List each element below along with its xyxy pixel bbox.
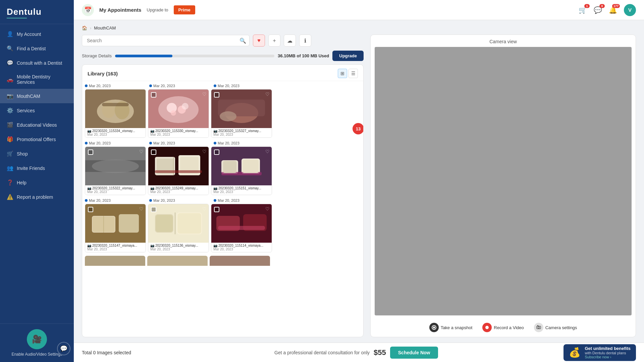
cart-button[interactable]: 🛒 1 (579, 6, 587, 14)
sidebar-item-mouthcam[interactable]: 📷 MouthCAM (0, 89, 74, 103)
photo-card-9[interactable]: ♡ 📷20230320_115114_vismay (211, 204, 272, 252)
upload-button[interactable]: ☁ (284, 35, 296, 47)
photo-heart-3[interactable]: ♡ (265, 92, 270, 97)
nav-label-promotional: Promotional Offers (17, 137, 56, 142)
sidebar-item-help[interactable]: ❓ Help (0, 175, 74, 190)
topbar: 📅 My Appointments Upgrade to Prime 🛒 1 💬… (74, 0, 644, 20)
nav-icon-consult: 💬 (7, 60, 13, 66)
sidebar-item-invite[interactable]: 👥 Invite Friends (0, 161, 74, 175)
camera-settings-button[interactable]: Camera settings (534, 323, 577, 332)
chat-bubble-button[interactable]: 💬 (57, 342, 70, 355)
photo-checkbox-6[interactable] (214, 149, 219, 155)
photo-card-5[interactable]: ♡ (148, 146, 209, 195)
appointments-label: My Appointments (99, 7, 141, 13)
photo-icon-2: 📷 (150, 129, 154, 133)
photo-heart-7[interactable]: ♡ (139, 206, 144, 212)
topbar-right: 🛒 1 💬 0 🔔 177 V (579, 4, 636, 16)
chat-button[interactable]: 💬 0 (594, 6, 602, 14)
photo-card-3[interactable]: ♡ 📷 (211, 89, 272, 138)
sidebar-item-mobile[interactable]: 🚗 Mobile Dentistry Services (0, 70, 74, 89)
photo-card-8[interactable]: ♡ (148, 204, 209, 252)
photo-heart-8[interactable]: ♡ (202, 206, 207, 212)
photo-checkbox-9[interactable] (214, 207, 219, 212)
record-button[interactable]: Record a Video (482, 323, 524, 332)
photo-checkbox-2[interactable] (151, 92, 156, 98)
search-input[interactable] (82, 35, 250, 46)
photo-checkbox-4[interactable] (88, 149, 93, 155)
photo-checkbox-5[interactable] (151, 149, 156, 155)
svg-point-9 (171, 110, 176, 116)
snapshot-label: Take a snapshot (441, 325, 473, 330)
sidebar-item-shop[interactable]: 🛒 Shop (0, 146, 74, 161)
camera-view-box: Camera view Take a snapsh (370, 35, 636, 337)
upgrade-storage-button[interactable]: Upgrade (332, 51, 364, 61)
sidebar-item-report[interactable]: ⚠️ Report a problem (0, 190, 74, 204)
photo-caption-4: 📷20230320_115322_vismay... Mar 20, 2023 (85, 185, 146, 195)
add-button[interactable]: ＋ (268, 35, 280, 47)
list-view-button[interactable]: ☰ (348, 69, 358, 78)
photo-svg-2 (148, 89, 209, 128)
photos-row-partial (85, 256, 361, 266)
sidebar-item-educational[interactable]: 🎬 Educational Videos (0, 118, 74, 132)
svg-point-47 (433, 326, 435, 328)
photo-heart-4[interactable]: ♡ (139, 149, 144, 154)
date-label-3: Mar 20, 2023 (218, 84, 239, 88)
photo-icon-1: 📷 (87, 129, 91, 133)
library-header: Library (163) ⊞ ☰ (82, 65, 363, 81)
photo-svg-8 (148, 204, 209, 243)
nav-label-mouthcam: MouthCAM (17, 94, 40, 99)
photo-partial-1 (85, 256, 145, 266)
chat-badge: 0 (599, 4, 605, 8)
breadcrumb-home[interactable]: 🏠 (82, 25, 87, 31)
search-input-wrap: 🔍 (82, 35, 250, 46)
sidebar-item-services[interactable]: ⚙️ Services (0, 103, 74, 118)
photo-heart-9[interactable]: ♡ (265, 206, 270, 212)
photo-filename-2: 20230320_115330_vismay... (155, 129, 198, 133)
photo-card-4[interactable]: ♡ 📷20230320_115322_vismay... (85, 146, 146, 195)
content-area: 🏠 › MouthCAM 🔍 ♥ ＋ ☁ ℹ (74, 20, 644, 343)
photo-card-1[interactable]: ♡ (85, 89, 146, 138)
sidebar-item-consult[interactable]: 💬 Consult with a Dentist (0, 56, 74, 70)
photo-thumb-4: ♡ (85, 147, 146, 185)
snapshot-button[interactable]: Take a snapshot (429, 323, 473, 332)
photo-card-2[interactable]: ♡ (148, 89, 209, 138)
nav-icon-shop: 🛒 (7, 150, 13, 157)
photo-heart-6[interactable]: ♡ (265, 149, 270, 154)
photo-caption-7: 📷20230320_115147_vismaya... Mar 20, 2023 (85, 243, 146, 252)
user-avatar[interactable]: V (624, 4, 636, 16)
photo-card-7[interactable]: ♡ 📷2 (85, 204, 146, 252)
info-button[interactable]: ℹ (299, 35, 311, 47)
ad-subscribe-link[interactable]: Subscribe now › (585, 355, 631, 359)
selection-badge: 13 (353, 123, 363, 134)
photo-checkbox-7[interactable] (88, 207, 93, 212)
photo-grid-scroll[interactable]: Mar 20, 2023 Mar 20, 2023 Mar 20, 2023 (82, 81, 363, 337)
nav-icon-promotional: 🎁 (7, 136, 13, 142)
search-bar-row: 🔍 ♥ ＋ ☁ ℹ (82, 35, 364, 47)
photo-checkbox-3[interactable] (214, 92, 219, 98)
photo-checkbox-8[interactable] (151, 207, 156, 212)
nav-icon-educational: 🎬 (7, 122, 13, 128)
date-col-3: Mar 20, 2023 (214, 84, 276, 88)
promo-ad-banner[interactable]: 💰 Get unlimited benefits with Dentulu de… (564, 344, 636, 361)
favorites-button[interactable]: ♥ (253, 35, 265, 47)
nav-icon-my-account: 👤 (7, 31, 13, 37)
schedule-now-button[interactable]: Schedule Now (390, 347, 438, 359)
photo-icon-3: 📷 (213, 129, 217, 133)
sidebar-item-promotional[interactable]: 🎁 Promotional Offers (0, 132, 74, 146)
bell-button[interactable]: 🔔 177 (609, 6, 617, 14)
photos-row-1: ♡ (85, 89, 361, 138)
svg-point-48 (485, 326, 489, 329)
photo-filename-8: 20230320_115136_vismay... (155, 244, 198, 247)
photo-heart-5[interactable]: ♡ (202, 149, 207, 154)
photo-card-6[interactable]: ♡ (211, 146, 272, 195)
sidebar-item-find-dentist[interactable]: 🔍 Find a Dentist (0, 41, 74, 56)
photo-heart-2[interactable]: ♡ (202, 92, 207, 97)
upgrade-prime-button[interactable]: Prime (174, 5, 195, 14)
search-icon[interactable]: 🔍 (239, 38, 246, 44)
grid-view-button[interactable]: ⊞ (338, 69, 347, 78)
bottom-promo: Get a professional dental consultation f… (149, 347, 564, 359)
date-dot-6 (214, 142, 216, 144)
photo-partial-3 (210, 256, 270, 266)
svg-point-14 (220, 111, 236, 121)
sidebar-item-my-account[interactable]: 👤 My Account (0, 27, 74, 41)
